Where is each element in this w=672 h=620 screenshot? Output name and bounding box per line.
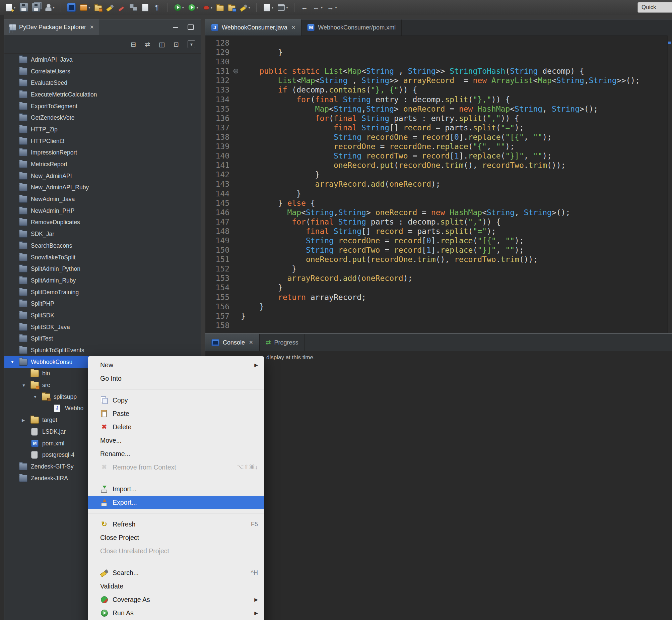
open-resource-button[interactable] bbox=[227, 3, 236, 12]
tree-item-new-adminapi-ruby[interactable]: New_AdminAPI_Ruby bbox=[4, 182, 201, 194]
annotation-doc-button[interactable]: ▾ bbox=[262, 3, 274, 12]
tab-console[interactable]: Console✕ bbox=[205, 334, 260, 351]
menu-item-rename[interactable]: Rename... bbox=[88, 447, 264, 461]
close-icon[interactable]: ✕ bbox=[249, 340, 253, 346]
chevron-down-icon[interactable]: ▾ bbox=[248, 5, 250, 10]
menu-item-refresh[interactable]: ↻RefreshF5 bbox=[88, 517, 264, 531]
menu-item-go-into[interactable]: Go Into bbox=[88, 372, 264, 385]
tree-item-newadmin-php[interactable]: NewAdmin_PHP bbox=[4, 205, 201, 217]
highlighter-button[interactable]: ▾ bbox=[239, 3, 251, 12]
tree-item-getzendeskvote[interactable]: GetZendeskVote bbox=[4, 112, 201, 124]
debug-button[interactable]: ▾ bbox=[173, 3, 185, 12]
chevron-down-icon[interactable]: ▾ bbox=[182, 5, 184, 10]
chevron-down-icon[interactable]: ▾ bbox=[321, 5, 323, 10]
new-package-button[interactable]: ▾ bbox=[79, 3, 91, 12]
tree-item-searchbeacons[interactable]: SearchBeacons bbox=[4, 240, 201, 252]
menu-item-validate[interactable]: Validate bbox=[88, 579, 264, 593]
run-button[interactable]: ▾ bbox=[187, 3, 199, 12]
toolbar-separator bbox=[294, 3, 294, 12]
tree-item-splitdemotraining[interactable]: SplitDemoTraining bbox=[4, 287, 201, 298]
compare-doc-button[interactable] bbox=[141, 3, 150, 12]
sync-pair-button[interactable] bbox=[129, 3, 138, 12]
open-artifact-button[interactable] bbox=[94, 3, 103, 12]
show-whitespace-button[interactable]: ¶ bbox=[153, 3, 162, 12]
forward-button[interactable]: →▾ bbox=[326, 3, 338, 12]
editor-tab[interactable]: MWebhookConsumer/pom.xml bbox=[301, 19, 402, 36]
menu-item-delete[interactable]: ✖Delete bbox=[88, 420, 264, 434]
collapse-minus-icon[interactable] bbox=[233, 69, 238, 73]
save-all-button[interactable] bbox=[31, 2, 41, 12]
tree-item-impressionreport[interactable]: ImpressionReport bbox=[4, 147, 201, 159]
twisty-expanded-icon[interactable]: ▼ bbox=[33, 395, 42, 399]
menu-item-export[interactable]: Export... bbox=[88, 496, 264, 509]
back-button[interactable]: ←▾ bbox=[312, 3, 324, 12]
profile-ant-button[interactable]: ▾ bbox=[201, 3, 213, 12]
perspective-button[interactable]: ▾ bbox=[276, 3, 289, 12]
tree-item-http-zip[interactable]: HTTP_Zip bbox=[4, 124, 201, 136]
minimize-icon[interactable] bbox=[173, 27, 178, 28]
chevron-down-icon[interactable]: ▾ bbox=[196, 5, 198, 10]
editor-tab[interactable]: JWebhookConsumer.java✕ bbox=[205, 19, 301, 36]
twisty-collapsed-icon[interactable]: ▶ bbox=[22, 418, 31, 423]
twisty-expanded-icon[interactable]: ▼ bbox=[22, 383, 31, 388]
tree-item-removeduplicates[interactable]: RemoveDuplicates bbox=[4, 217, 201, 228]
chevron-down-icon[interactable]: ▾ bbox=[286, 5, 288, 10]
filter-icon[interactable]: ⊡ bbox=[173, 41, 179, 48]
line-number: 154 bbox=[205, 283, 232, 292]
fold-marker[interactable] bbox=[232, 66, 241, 76]
chevron-down-icon[interactable]: ▾ bbox=[89, 5, 91, 10]
tree-item-newadmin-java[interactable]: NewAdmin_Java bbox=[4, 193, 201, 205]
menu-item-new[interactable]: New▶ bbox=[88, 358, 264, 372]
tree-item-splunktosplitevents[interactable]: SplunkToSplitEvents bbox=[4, 345, 201, 356]
overview-ruler[interactable] bbox=[667, 36, 672, 333]
chevron-down-icon[interactable]: ▾ bbox=[211, 5, 213, 10]
tree-item-sdk-jar[interactable]: SDK_Jar bbox=[4, 228, 201, 240]
collapse-all-icon[interactable]: ⊟ bbox=[131, 41, 136, 48]
tree-item-executemetriccalculation[interactable]: ExecuteMetricCalculation bbox=[4, 89, 201, 101]
chevron-down-icon[interactable]: ▾ bbox=[272, 5, 274, 10]
tree-item-splittest[interactable]: SplitTest bbox=[4, 333, 201, 345]
menu-item-move[interactable]: Move... bbox=[88, 434, 264, 447]
tree-item-splitadmin-ruby[interactable]: SplitAdmin_Ruby bbox=[4, 275, 201, 287]
chevron-down-icon[interactable]: ▾ bbox=[335, 5, 337, 10]
chevron-down-icon[interactable]: ▾ bbox=[53, 5, 55, 10]
open-folder-button[interactable] bbox=[215, 3, 225, 12]
expand-selected-icon[interactable]: ◫ bbox=[159, 41, 165, 48]
close-icon[interactable]: ✕ bbox=[291, 24, 296, 31]
menu-item-coverage-as[interactable]: Coverage As▶ bbox=[88, 593, 264, 606]
tree-item-new-adminapi[interactable]: New_AdminAPI bbox=[4, 170, 201, 182]
tree-item-splitphp[interactable]: SplitPHP bbox=[4, 298, 201, 310]
tree-item-metricsreport[interactable]: MetricsReport bbox=[4, 158, 201, 170]
search-flashlight-button[interactable] bbox=[105, 3, 115, 12]
link-with-editor-icon[interactable]: ⇄ bbox=[145, 41, 150, 48]
tree-item-correlateusers[interactable]: CorrelateUsers bbox=[4, 66, 201, 78]
tree-item-evaluateseed[interactable]: EvaluateSeed bbox=[4, 77, 201, 89]
tab-pydev-package-explorer[interactable]: PyDev Package Explorer ✕ bbox=[4, 19, 99, 35]
tree-item-exporttosegment[interactable]: ExportToSegment bbox=[4, 101, 201, 112]
maximize-icon[interactable] bbox=[187, 24, 194, 30]
marker-pen-button[interactable] bbox=[117, 3, 126, 12]
tab-progress[interactable]: ⇄Progress bbox=[260, 334, 305, 351]
save-button[interactable] bbox=[19, 2, 29, 12]
menu-item-paste[interactable]: Paste bbox=[88, 407, 264, 420]
user-profile-button[interactable]: ▾ bbox=[44, 3, 56, 12]
twisty-expanded-icon[interactable]: ▼ bbox=[10, 360, 19, 364]
menu-item-close-project[interactable]: Close Project bbox=[88, 531, 264, 544]
tree-item-httpclient3[interactable]: HTTPClient3 bbox=[4, 136, 201, 147]
tree-item-snowflaketosplit[interactable]: SnowflakeToSplit bbox=[4, 252, 201, 263]
menu-item-copy[interactable]: Copy bbox=[88, 394, 264, 407]
view-menu-icon[interactable]: ▾ bbox=[187, 40, 195, 48]
back-bold-button[interactable]: ← bbox=[300, 3, 309, 12]
tree-item-splitadmin-python[interactable]: SplitAdmin_Python bbox=[4, 263, 201, 275]
menu-item-import[interactable]: Import... bbox=[88, 482, 264, 496]
new-wizard-button[interactable]: ▾ bbox=[4, 3, 16, 12]
menu-item-run-as[interactable]: Run As▶ bbox=[88, 606, 264, 620]
console-view-button[interactable] bbox=[66, 2, 76, 12]
quick-access-box[interactable]: Quick bbox=[637, 2, 672, 13]
close-icon[interactable]: ✕ bbox=[90, 24, 94, 30]
tree-item-splitsdk-java[interactable]: SplitSDK_Java bbox=[4, 321, 201, 333]
tree-item-adminapi-java[interactable]: AdminAPI_Java bbox=[4, 54, 201, 66]
menu-item-search[interactable]: Search...^H bbox=[88, 566, 264, 579]
tree-item-splitsdk[interactable]: SplitSDK bbox=[4, 310, 201, 321]
code-area[interactable]: 128129 }130131 public static List<Map<St… bbox=[205, 36, 668, 333]
